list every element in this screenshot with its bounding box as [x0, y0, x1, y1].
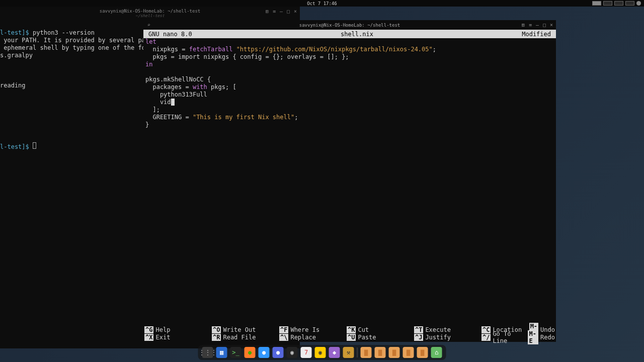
- window-subtitle: ~/shell-test: [0, 14, 300, 18]
- tray-indicator-3[interactable]: [625, 1, 634, 6]
- menu-icon[interactable]: ≡: [273, 9, 276, 14]
- system-tray[interactable]: [592, 0, 641, 7]
- maximize-icon[interactable]: □: [543, 22, 546, 28]
- nano-status: Modified: [522, 31, 551, 38]
- minimize-icon[interactable]: –: [280, 9, 283, 14]
- dock-music[interactable]: ◉: [315, 347, 326, 358]
- menu-icon[interactable]: ≡: [529, 22, 532, 28]
- dock-browser-blue[interactable]: ●: [259, 347, 270, 358]
- dock-files[interactable]: ▦: [216, 347, 227, 358]
- top-menu-bar: Oct 7 17:46: [0, 0, 644, 7]
- window-titlebar[interactable]: ⌕ savvynix@Nix-OS-HomeLab: ~/shell-test …: [143, 20, 556, 30]
- editor-content[interactable]: let nixpkgs = fetchTarball "https://gith…: [143, 38, 556, 326]
- tray-indicator-2[interactable]: [614, 1, 623, 6]
- window-controls: ⊞ ≡ – □ ×: [266, 9, 297, 14]
- clock: Oct 7 17:46: [307, 1, 337, 6]
- dock-dev-app[interactable]: ⚒: [343, 347, 354, 358]
- tray-indicator-1[interactable]: [603, 1, 612, 6]
- dock-folder-1[interactable]: ▇: [375, 347, 386, 358]
- dock-apps-grid[interactable]: ⋮⋮⋮: [202, 347, 213, 358]
- dock[interactable]: ⋮⋮⋮▦>_●●●◉7◉◆⚒ ▇▇▇▇▇ ⌂: [198, 345, 446, 360]
- dock-firefox[interactable]: ●: [245, 347, 256, 358]
- battery-indicator[interactable]: [592, 1, 601, 6]
- new-tab-icon[interactable]: ⊞: [522, 22, 525, 28]
- dock-folder-3[interactable]: ▇: [403, 347, 414, 358]
- window-controls: ⊞ ≡ – □ ×: [522, 22, 553, 28]
- minimize-icon[interactable]: –: [536, 22, 539, 28]
- nano-filename: shell.nix: [192, 31, 522, 38]
- dock-obs[interactable]: ◉: [287, 347, 298, 358]
- dock-separator: [357, 347, 358, 357]
- dock-settings[interactable]: ⌂: [431, 347, 442, 358]
- editor-terminal-window[interactable]: ⌕ savvynix@Nix-OS-HomeLab: ~/shell-test …: [143, 20, 556, 342]
- nano-shortcut-bar: ^GHelp ^OWrite Out ^FWhere Is ^KCut ^TEx…: [143, 326, 556, 342]
- dock-purple-app[interactable]: ◆: [329, 347, 340, 358]
- dock-calendar[interactable]: 7: [301, 347, 312, 358]
- new-tab-icon[interactable]: ⊞: [266, 9, 269, 14]
- close-icon[interactable]: ×: [294, 9, 297, 14]
- nano-version: GNU nano 8.0: [148, 31, 192, 38]
- window-title: savvynix@Nix-OS-HomeLab: ~/shell-test: [299, 23, 400, 28]
- maximize-icon[interactable]: □: [287, 9, 290, 14]
- nano-header-bar: GNU nano 8.0 shell.nix Modified: [143, 30, 556, 38]
- cursor: [33, 142, 36, 149]
- search-icon[interactable]: ⌕: [147, 22, 150, 28]
- editor-cursor: [171, 99, 175, 106]
- dock-folder-4[interactable]: ▇: [417, 347, 428, 358]
- close-icon[interactable]: ×: [550, 22, 553, 28]
- window-title: savvynix@Nix-OS-HomeLab: ~/shell-test: [0, 9, 300, 14]
- power-icon[interactable]: [636, 1, 641, 6]
- dock-browser-indigo[interactable]: ●: [273, 347, 284, 358]
- dock-folder-0[interactable]: ▇: [361, 347, 372, 358]
- dock-folder-2[interactable]: ▇: [389, 347, 400, 358]
- dock-terminal[interactable]: >_: [230, 347, 242, 358]
